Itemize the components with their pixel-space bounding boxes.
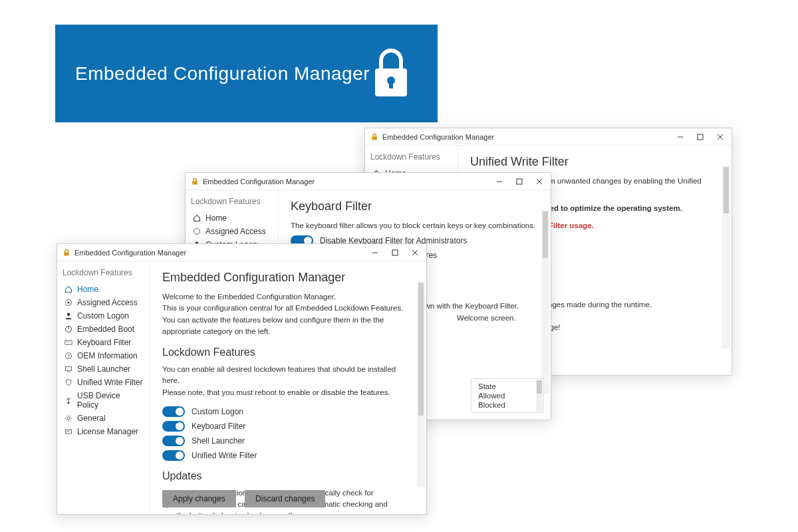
- gear-icon: [64, 414, 73, 423]
- titlebar: Embedded Configuration Manager: [186, 173, 551, 190]
- window-title: Embedded Configuration Manager: [203, 178, 489, 186]
- monitor-icon: [64, 364, 73, 374]
- usb-icon: [64, 396, 73, 405]
- sidebar-item-oem-information[interactable]: ?OEM Information: [63, 349, 144, 362]
- sidebar-item-home[interactable]: Home: [63, 283, 144, 296]
- target-icon: [64, 298, 73, 307]
- info-icon: ?: [64, 351, 73, 360]
- toggle-switch[interactable]: [162, 436, 185, 446]
- page-title: Unified Write Filter: [470, 155, 720, 169]
- banner: Embedded Configuration Manager: [55, 25, 438, 122]
- features-desc: Please note, that you must reboot to ena…: [162, 387, 414, 398]
- keyboard-icon: [64, 338, 73, 347]
- sidebar-item-keyboard-filter[interactable]: Keyboard Filter: [63, 336, 144, 349]
- minimize-button[interactable]: [365, 245, 385, 260]
- sidebar-heading: Lockdown Features: [191, 197, 273, 206]
- svg-rect-2: [389, 80, 393, 88]
- features-desc: You can enable all desired lockdown feat…: [162, 364, 414, 387]
- svg-rect-36: [66, 430, 72, 434]
- svg-rect-5: [698, 134, 703, 140]
- svg-rect-15: [64, 252, 69, 255]
- svg-line-34: [68, 398, 70, 400]
- welcome-line: This is your configuration central for a…: [162, 303, 414, 314]
- sidebar-item-general[interactable]: General: [63, 412, 144, 425]
- page-title: Keyboard Filter: [291, 200, 539, 213]
- svg-point-22: [67, 313, 70, 317]
- maximize-button[interactable]: [509, 174, 529, 189]
- svg-line-33: [66, 399, 68, 400]
- welcome-line: Welcome to the Embedded Configuration Ma…: [162, 291, 414, 303]
- welcome-line: You can activate the features below and …: [162, 315, 414, 338]
- main-content: Embedded Configuration Manager Welcome t…: [150, 261, 426, 514]
- toggle-label: Shell Launcher: [192, 436, 245, 446]
- svg-point-35: [67, 417, 70, 420]
- sidebar-item-home[interactable]: Home: [191, 211, 273, 225]
- scrollbar[interactable]: [541, 210, 549, 393]
- toggle-label: Unified Write Filter: [192, 451, 257, 460]
- state-item[interactable]: Allowed: [478, 391, 539, 400]
- sidebar-item-shell-launcher[interactable]: Shell Launcher: [63, 362, 144, 376]
- toggle-label: Keyboard Filter: [192, 422, 245, 431]
- app-icon: [370, 133, 378, 141]
- close-button[interactable]: [710, 130, 730, 144]
- sidebar-item-unified-write-filter[interactable]: Unified Write Filter: [63, 376, 144, 389]
- toggle-label: Custom Logon: [192, 407, 243, 416]
- svg-rect-8: [192, 181, 198, 184]
- scrollbar[interactable]: [722, 166, 730, 348]
- svg-text:?: ?: [67, 354, 70, 358]
- window-title: Embedded Configuration Manager: [382, 133, 670, 141]
- sidebar-item-custom-logon[interactable]: Custom Logon: [63, 309, 144, 323]
- apply-changes-button[interactable]: Apply changes: [162, 490, 236, 507]
- toggle-switch[interactable]: [162, 450, 185, 461]
- svg-point-13: [194, 229, 200, 235]
- state-item[interactable]: Blocked: [478, 400, 539, 410]
- license-icon: [64, 427, 73, 436]
- assigned-access-icon: [192, 227, 201, 236]
- scrollbar[interactable]: [417, 281, 425, 487]
- sidebar-item-assigned-access[interactable]: Assigned Access: [63, 296, 144, 309]
- maximize-button[interactable]: [690, 130, 710, 144]
- svg-rect-10: [517, 179, 522, 184]
- banner-title: Embedded Configuration Manager: [75, 63, 370, 84]
- toggle-unified-write-filter[interactable]: Unified Write Filter: [162, 450, 414, 461]
- sidebar: Lockdown Features Home Assigned Access C…: [57, 261, 150, 514]
- svg-rect-17: [392, 250, 398, 255]
- kbd-desc: The keyboard filter allows you to block …: [291, 220, 539, 231]
- sidebar-item-usb-device-policy[interactable]: USB Device Policy: [63, 389, 144, 412]
- app-icon: [63, 249, 70, 257]
- sidebar-item-license-manager[interactable]: License Manager: [63, 425, 144, 438]
- updates-heading: Updates: [162, 470, 414, 482]
- home-icon: [64, 285, 73, 294]
- close-button[interactable]: [529, 174, 549, 189]
- svg-point-21: [68, 302, 70, 304]
- toggle-keyboard-filter[interactable]: Keyboard Filter: [162, 421, 414, 432]
- maximize-button[interactable]: [385, 245, 405, 260]
- window-title: Embedded Configuration Manager: [74, 249, 365, 257]
- toggle-custom-logon[interactable]: Custom Logon: [162, 406, 414, 417]
- toggle-switch[interactable]: [162, 406, 185, 417]
- lock-icon: [371, 47, 411, 100]
- app-icon: [191, 178, 199, 186]
- toggle-shell-launcher[interactable]: Shell Launcher: [162, 436, 414, 446]
- state-header: State: [478, 382, 539, 391]
- shield-icon: [64, 378, 73, 387]
- svg-rect-3: [372, 136, 377, 140]
- window-main: Embedded Configuration Manager Lockdown …: [57, 243, 427, 515]
- sidebar-heading: Lockdown Features: [370, 152, 452, 162]
- titlebar: Embedded Configuration Manager: [57, 244, 426, 261]
- titlebar: Embedded Configuration Manager: [365, 128, 732, 146]
- svg-rect-25: [65, 340, 72, 344]
- svg-rect-29: [66, 366, 72, 370]
- state-list[interactable]: State Allowed Blocked: [471, 378, 544, 413]
- sidebar-item-embedded-boot[interactable]: Embedded Boot: [63, 323, 144, 336]
- person-icon: [64, 311, 73, 321]
- toggle-switch[interactable]: [162, 421, 185, 432]
- close-button[interactable]: [405, 245, 425, 260]
- discard-changes-button[interactable]: Discard changes: [245, 490, 325, 507]
- features-heading: Lockdown Features: [162, 346, 414, 358]
- minimize-button[interactable]: [670, 130, 690, 144]
- sidebar-heading: Lockdown Features: [63, 268, 144, 277]
- minimize-button[interactable]: [489, 174, 509, 189]
- sidebar-item-assigned-access[interactable]: Assigned Access: [191, 225, 273, 238]
- page-title: Embedded Configuration Manager: [162, 271, 414, 285]
